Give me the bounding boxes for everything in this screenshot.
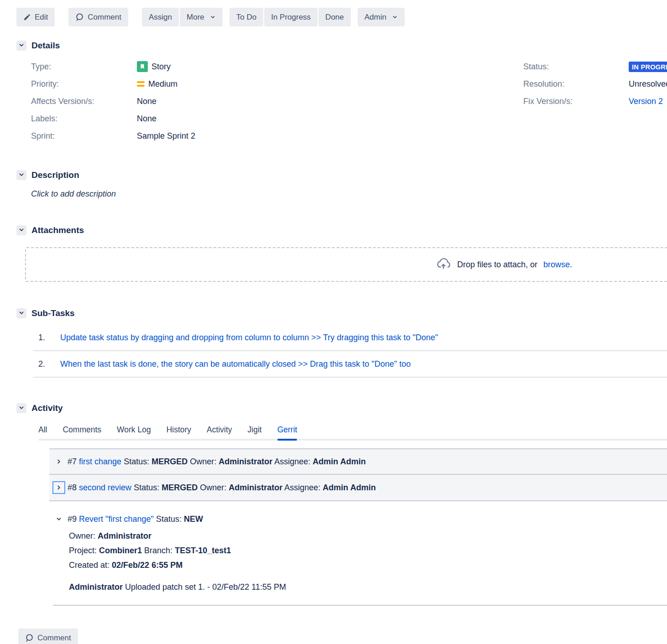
gerrit-change-link[interactable]: Revert "first change" bbox=[79, 514, 154, 524]
gerrit-status-value: MERGED bbox=[151, 457, 188, 466]
done-button[interactable]: Done bbox=[318, 8, 351, 26]
sprint-value: Sample Sprint 2 bbox=[137, 131, 195, 141]
gerrit-owner-label: Owner: bbox=[190, 457, 216, 466]
gerrit-patch-time: 02/Feb/22 11:55 PM bbox=[212, 582, 286, 592]
field-row-sprint: Sprint: Sample Sprint 2 bbox=[31, 127, 667, 145]
speech-bubble-icon bbox=[25, 634, 34, 642]
gerrit-project-line: Project: Combiner1 Branch: TEST-10_test1 bbox=[69, 543, 667, 558]
edit-button-label: Edit bbox=[35, 13, 48, 22]
gerrit-row-summary: #7 first change Status: MERGED Owner: Ad… bbox=[68, 457, 366, 467]
tabs-underline-strip bbox=[38, 439, 667, 441]
gerrit-owner-value: Administrator bbox=[219, 457, 272, 466]
gerrit-assignee-value: Admin Admin bbox=[323, 483, 375, 492]
gerrit-status-label: Status: bbox=[124, 457, 149, 466]
status-badge: IN PROGRESS bbox=[629, 62, 667, 72]
footer-comment-button-label: Comment bbox=[37, 634, 71, 643]
assign-button[interactable]: Assign bbox=[142, 8, 179, 26]
more-actions-group: Assign More bbox=[142, 8, 223, 26]
chevron-right-icon[interactable] bbox=[53, 482, 65, 493]
gerrit-created-value: 02/Feb/22 6:55 PM bbox=[112, 561, 182, 570]
gerrit-owner-label: Owner: bbox=[200, 483, 226, 492]
gerrit-project-value: Combiner1 bbox=[99, 546, 142, 555]
gerrit-row-7: #7 first change Status: MERGED Owner: Ad… bbox=[49, 448, 667, 475]
activity-collapse-toggle[interactable] bbox=[16, 403, 26, 413]
subtask-row: 1. Update task status by dragging and dr… bbox=[33, 325, 667, 351]
edit-button[interactable]: Edit bbox=[16, 8, 55, 26]
status-label: Status: bbox=[523, 62, 629, 72]
done-button-label: Done bbox=[325, 13, 344, 22]
priority-label: Priority: bbox=[31, 79, 137, 89]
admin-button[interactable]: Admin bbox=[358, 8, 405, 26]
gerrit-branch-label: Branch: bbox=[144, 546, 172, 555]
chevron-down-icon bbox=[18, 171, 25, 179]
subtasks-section: Sub-Tasks 1. Update task status by dragg… bbox=[16, 308, 667, 378]
chevron-down-icon bbox=[210, 14, 216, 20]
field-row-status: Status: IN PROGRESS bbox=[523, 58, 667, 75]
description-placeholder[interactable]: Click to add description bbox=[31, 189, 667, 199]
activity-section: Activity All Comments Work Log History A… bbox=[16, 403, 667, 606]
gerrit-change-id: #8 bbox=[68, 483, 77, 492]
attachments-collapse-toggle[interactable] bbox=[16, 225, 26, 235]
tab-jigit[interactable]: Jigit bbox=[248, 425, 262, 441]
description-section: Description Click to add description bbox=[16, 170, 667, 199]
type-value-text: Story bbox=[151, 62, 171, 72]
activity-tabs: All Comments Work Log History Activity J… bbox=[38, 425, 667, 441]
details-fields-right: Status: IN PROGRESS Resolution: Unresolv… bbox=[523, 58, 667, 110]
priority-value-text: Medium bbox=[148, 79, 177, 89]
cloud-upload-icon bbox=[436, 256, 451, 274]
details-section: Details Type: Story Priority: Medium bbox=[16, 41, 667, 145]
chevron-right-icon[interactable] bbox=[53, 456, 65, 467]
gerrit-row-summary: #9 Revert "first change" Status: NEW bbox=[68, 514, 203, 524]
gerrit-owner-value: Administrator bbox=[229, 483, 282, 492]
activity-section-header: Activity bbox=[16, 403, 667, 413]
dropzone-text: Drop files to attach, or bbox=[457, 260, 537, 270]
affects-version-label: Affects Version/s: bbox=[31, 97, 137, 106]
resolution-label: Resolution: bbox=[523, 79, 629, 89]
subtasks-collapse-toggle[interactable] bbox=[16, 308, 26, 318]
gerrit-status-label: Status: bbox=[156, 514, 182, 524]
type-label: Type: bbox=[31, 62, 137, 72]
chevron-down-icon bbox=[18, 310, 25, 317]
comment-button[interactable]: Comment bbox=[68, 8, 128, 26]
type-value: Story bbox=[137, 61, 171, 72]
gerrit-patch-text: Uploaded patch set 1. - bbox=[125, 582, 210, 592]
gerrit-created-line: Created at: 02/Feb/22 6:55 PM bbox=[69, 558, 667, 572]
gerrit-row-9-expanded: #9 Revert "first change" Status: NEW Own… bbox=[49, 501, 667, 606]
tab-history[interactable]: History bbox=[167, 425, 191, 441]
description-section-header: Description bbox=[16, 170, 667, 180]
resolution-value: Unresolved bbox=[629, 79, 667, 89]
tab-all[interactable]: All bbox=[38, 425, 47, 441]
tab-gerrit[interactable]: Gerrit bbox=[277, 425, 297, 441]
details-section-title: Details bbox=[31, 41, 60, 51]
chevron-down-icon[interactable] bbox=[53, 513, 65, 525]
gerrit-owner-label: Owner: bbox=[69, 531, 95, 540]
fix-version-link[interactable]: Version 2 bbox=[629, 97, 663, 106]
admin-button-label: Admin bbox=[365, 13, 386, 22]
priority-value: Medium bbox=[137, 79, 177, 89]
gerrit-assignee-value: Admin Admin bbox=[313, 457, 365, 466]
tab-comments[interactable]: Comments bbox=[63, 425, 101, 441]
gerrit-patch-author: Administrator bbox=[69, 582, 123, 592]
description-collapse-toggle[interactable] bbox=[16, 170, 26, 180]
tab-activity[interactable]: Activity bbox=[207, 425, 232, 441]
subtask-number: 1. bbox=[38, 333, 52, 343]
subtask-link[interactable]: Update task status by dragging and dropp… bbox=[60, 333, 438, 343]
issue-toolbar: Edit Comment Assign More To Do bbox=[16, 8, 667, 26]
todo-button-label: To Do bbox=[236, 13, 256, 22]
footer-comment-button[interactable]: Comment bbox=[18, 628, 78, 644]
browse-link[interactable]: browse. bbox=[543, 260, 572, 270]
more-button[interactable]: More bbox=[180, 8, 223, 26]
attachment-dropzone[interactable]: Drop files to attach, or browse. bbox=[25, 247, 667, 282]
details-collapse-toggle[interactable] bbox=[16, 41, 26, 51]
story-bookmark-icon bbox=[137, 61, 148, 72]
subtask-link[interactable]: When the last task is done, the story ca… bbox=[60, 359, 411, 369]
gerrit-assignee-label: Assignee: bbox=[274, 457, 310, 466]
gerrit-owner-line: Owner: Administrator bbox=[69, 529, 667, 543]
todo-button[interactable]: To Do bbox=[229, 8, 263, 26]
gerrit-change-link[interactable]: first change bbox=[79, 457, 121, 466]
tab-work-log[interactable]: Work Log bbox=[117, 425, 151, 441]
fix-version-label: Fix Version/s: bbox=[523, 97, 629, 106]
footer: Comment bbox=[18, 628, 667, 644]
in-progress-button[interactable]: In Progress bbox=[264, 8, 318, 26]
gerrit-change-link[interactable]: second review bbox=[79, 483, 131, 492]
